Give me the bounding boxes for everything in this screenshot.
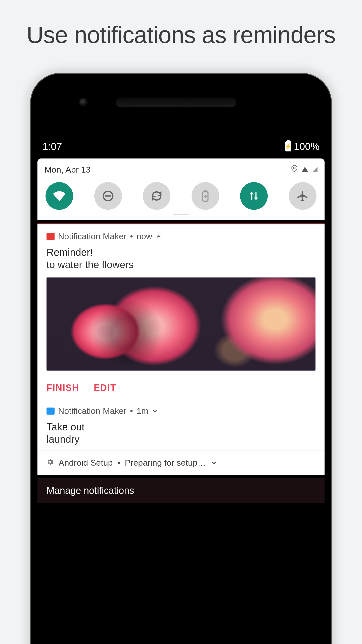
app-icon <box>47 408 55 415</box>
notification-header[interactable]: Notification Maker • 1m <box>47 406 315 416</box>
notification-body: to water the flowers <box>47 259 315 270</box>
page-headline: Use notifications as reminders <box>0 0 362 49</box>
chevron-down-icon[interactable] <box>211 460 217 466</box>
mobile-data-icon <box>248 190 260 202</box>
phone-frame: 1:07 ⚡ 100% Mon, Apr 13 <box>30 73 332 644</box>
notification-body: laundry <box>47 434 315 445</box>
qs-date: Mon, Apr 13 <box>44 165 90 175</box>
battery-percent: 100% <box>294 141 320 152</box>
app-icon <box>47 233 55 240</box>
separator: • <box>117 458 120 468</box>
action-finish-button[interactable]: FINISH <box>47 383 79 393</box>
qs-toggle-dnd[interactable] <box>94 182 122 210</box>
battery-saver-icon <box>199 190 212 202</box>
notification-card[interactable]: Notification Maker • 1m Take out laundry <box>37 399 325 451</box>
notification-title: Reminder! <box>47 247 315 258</box>
qs-drag-handle[interactable] <box>173 214 189 215</box>
status-time: 1:07 <box>42 141 62 152</box>
qs-toggle-battery-saver[interactable] <box>192 182 219 210</box>
action-edit-button[interactable]: EDIT <box>94 383 116 393</box>
separator: • <box>130 406 133 416</box>
system-summary: Preparing for setup… <box>125 458 206 468</box>
notification-time: now <box>137 231 152 241</box>
auto-rotate-icon <box>150 190 163 202</box>
notification-shade: Notification Maker • now Reminder! to wa… <box>37 223 325 475</box>
location-icon <box>291 165 298 175</box>
manage-notifications-row[interactable]: Manage notifications <box>37 478 325 503</box>
gear-icon <box>47 458 54 468</box>
qs-toggle-airplane[interactable] <box>289 182 316 210</box>
app-name: Notification Maker <box>58 231 126 241</box>
phone-speaker <box>116 98 236 107</box>
qs-toggle-wifi[interactable] <box>46 182 73 210</box>
manage-notifications-label: Manage notifications <box>47 485 134 496</box>
notification-header[interactable]: Notification Maker • now <box>47 231 315 241</box>
notification-time: 1m <box>137 406 148 416</box>
qs-toggle-mobile-data[interactable] <box>240 182 268 210</box>
status-bar: 1:07 ⚡ 100% <box>33 135 329 157</box>
quick-settings-panel[interactable]: Mon, Apr 13 <box>37 158 325 220</box>
app-name: Notification Maker <box>58 406 126 416</box>
dnd-icon <box>102 190 114 202</box>
system-app-name: Android Setup <box>59 458 113 468</box>
notification-title: Take out <box>47 421 315 433</box>
airplane-icon <box>296 190 309 202</box>
wifi-icon <box>53 190 66 202</box>
notification-card[interactable]: Notification Maker • now Reminder! to wa… <box>37 224 325 399</box>
chevron-down-icon[interactable] <box>152 408 158 414</box>
qs-toggle-rotate[interactable] <box>143 182 170 210</box>
screen: 1:07 ⚡ 100% Mon, Apr 13 <box>33 135 329 644</box>
wifi-status-icon <box>301 167 308 172</box>
qs-status-icons <box>291 165 318 175</box>
svg-point-0 <box>294 167 295 169</box>
phone-camera <box>79 98 88 107</box>
system-notification[interactable]: Android Setup • Preparing for setup… <box>37 451 325 475</box>
battery-icon: ⚡ <box>285 141 291 151</box>
notification-image <box>47 277 315 371</box>
separator: • <box>130 231 133 241</box>
cellular-status-icon <box>312 167 318 172</box>
chevron-up-icon[interactable] <box>156 233 162 240</box>
